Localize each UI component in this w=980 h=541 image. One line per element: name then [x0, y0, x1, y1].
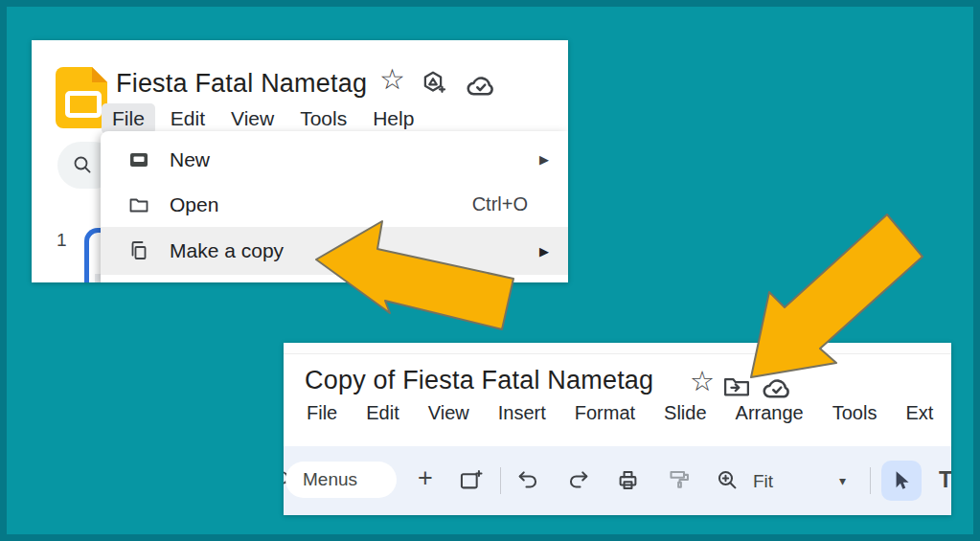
menu-tools[interactable]: Tools — [832, 402, 877, 424]
menu-arrange[interactable]: Arrange — [736, 402, 804, 424]
move-to-folder-icon[interactable] — [722, 373, 751, 399]
file-menu-dropdown: New ▶ Open Ctrl+O Make a copy ▶ — [101, 131, 568, 282]
undo-icon[interactable] — [515, 467, 541, 493]
redo-icon[interactable] — [565, 467, 591, 493]
menus-button[interactable]: Menus — [285, 462, 397, 498]
cloud-check-icon[interactable] — [761, 375, 793, 400]
plus-button[interactable]: + — [418, 465, 433, 491]
screenshot-original-file: Fiesta Fatal Nametag ☆ File Edit View To… — [32, 40, 568, 282]
slide-number: 1 — [57, 230, 67, 251]
menu-file[interactable]: File — [307, 402, 337, 424]
screenshot-copied-file: Copy of Fiesta Fatal Nametag ☆ File Edit… — [284, 343, 951, 515]
zoom-in-icon[interactable] — [715, 467, 741, 493]
menu-format[interactable]: Format — [575, 402, 635, 424]
menu-file[interactable]: File — [102, 103, 155, 134]
submenu-arrow-icon: ▶ — [539, 152, 549, 167]
menu-item-new[interactable]: New ▶ — [101, 137, 568, 182]
toolbar: Menus + — [284, 446, 951, 515]
new-slide-icon[interactable] — [458, 467, 484, 493]
star-icon[interactable]: ☆ — [690, 368, 715, 395]
select-tool-button[interactable] — [881, 461, 922, 501]
menu-bar: File Edit View Tools Help — [112, 103, 414, 134]
menu-help[interactable]: Help — [373, 103, 414, 134]
cloud-check-icon[interactable] — [465, 73, 497, 98]
shortcut-label: Ctrl+O — [472, 193, 528, 215]
menu-extensions[interactable]: Ext — [905, 402, 933, 424]
menu-insert[interactable]: Insert — [498, 402, 546, 424]
menu-item-open[interactable]: Open Ctrl+O — [101, 182, 568, 227]
document-title[interactable]: Fiesta Fatal Nametag — [116, 69, 367, 99]
print-icon[interactable] — [615, 467, 641, 493]
star-icon[interactable]: ☆ — [379, 65, 405, 94]
submenu-arrow-icon: ▶ — [539, 244, 549, 259]
folder-open-icon — [127, 193, 150, 216]
google-slides-logo-icon — [56, 67, 107, 128]
label-add-icon[interactable] — [419, 69, 447, 98]
chevron-down-icon[interactable]: ▾ — [839, 473, 846, 488]
menu-bar: File Edit View Insert Format Slide Arran… — [307, 402, 933, 424]
menu-tools[interactable]: Tools — [300, 103, 347, 134]
paint-format-icon[interactable] — [667, 467, 693, 493]
zoom-select[interactable]: Fit — [753, 471, 773, 492]
new-presentation-icon — [127, 148, 150, 171]
search-icon — [71, 154, 94, 177]
tutorial-slide: Fiesta Fatal Nametag ☆ File Edit View To… — [0, 0, 980, 541]
menu-slide[interactable]: Slide — [664, 402, 706, 424]
menu-item-make-a-copy[interactable]: Make a copy ▶ — [101, 227, 568, 275]
menu-view[interactable]: View — [231, 103, 274, 134]
menu-edit[interactable]: Edit — [366, 402, 399, 424]
document-title[interactable]: Copy of Fiesta Fatal Nametag — [305, 366, 653, 395]
menu-view[interactable]: View — [428, 402, 469, 424]
menu-edit[interactable]: Edit — [171, 103, 205, 134]
copy-icon — [127, 239, 150, 262]
cursor-icon — [889, 468, 914, 493]
text-tool-button[interactable]: T — [939, 467, 951, 493]
